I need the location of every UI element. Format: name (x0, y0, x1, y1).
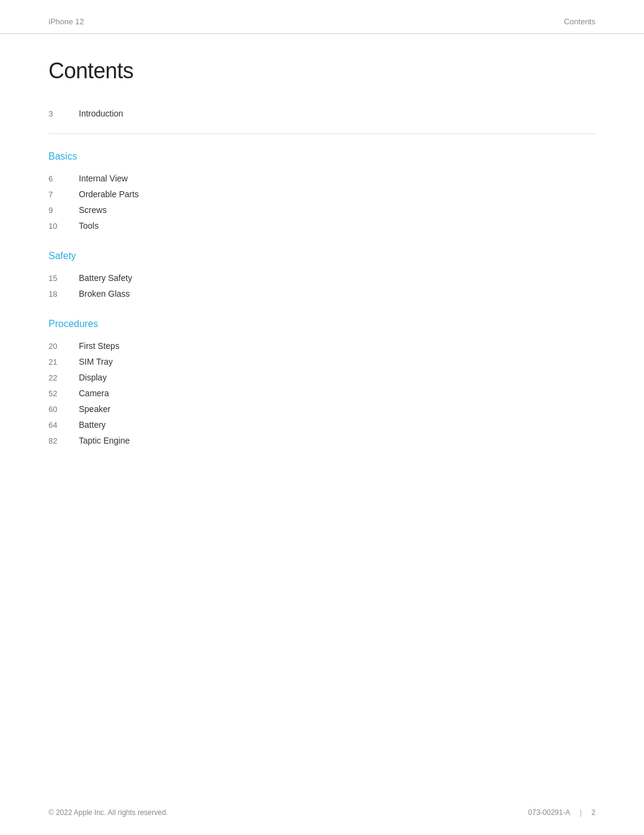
toc-page-speaker: 60 (49, 405, 79, 414)
intro-divider (49, 134, 595, 134)
toc-page-camera: 52 (49, 389, 79, 398)
toc-title-intro: Introduction (79, 109, 123, 118)
toc-title-orderable-parts: Orderable Parts (79, 189, 139, 199)
footer-page-num: 2 (591, 808, 595, 817)
toc-title-sim-tray: SIM Tray (79, 357, 113, 367)
toc-page-sim-tray: 21 (49, 357, 79, 367)
toc-entry-speaker[interactable]: 60Speaker (49, 401, 595, 417)
toc-entry-battery[interactable]: 64Battery (49, 417, 595, 433)
toc-title-internal-view: Internal View (79, 174, 128, 183)
toc-page-battery-safety: 15 (49, 274, 79, 283)
toc-entry-taptic-engine[interactable]: 82Taptic Engine (49, 433, 595, 448)
toc-entry-battery-safety[interactable]: 15Battery Safety (49, 270, 595, 286)
toc-title-screws: Screws (79, 205, 107, 215)
toc-page-screws: 9 (49, 206, 79, 215)
header-section-name: Contents (564, 17, 595, 26)
main-content: Contents 3 Introduction Basics6Internal … (0, 34, 644, 485)
footer-separator: | (580, 808, 582, 817)
toc-page-broken-glass: 18 (49, 289, 79, 299)
toc-entry-tools[interactable]: 10Tools (49, 218, 595, 234)
toc-page-battery: 64 (49, 421, 79, 430)
toc-title-tools: Tools (79, 221, 99, 231)
toc-page-internal-view: 6 (49, 174, 79, 183)
toc-entry-screws[interactable]: 9Screws (49, 202, 595, 218)
toc-title-camera: Camera (79, 388, 109, 398)
toc-page-intro: 3 (49, 109, 79, 118)
toc-entry-sim-tray[interactable]: 21SIM Tray (49, 354, 595, 370)
toc-page-taptic-engine: 82 (49, 436, 79, 445)
section-heading-safety: Safety (49, 251, 595, 262)
footer-doc-id: 073-00291-A (528, 808, 570, 817)
section-heading-basics: Basics (49, 151, 595, 162)
toc-entry-first-steps[interactable]: 20First Steps (49, 338, 595, 354)
toc-entry-broken-glass[interactable]: 18Broken Glass (49, 286, 595, 302)
footer-copyright: © 2022 Apple Inc. All rights reserved. (49, 808, 168, 817)
toc-page-orderable-parts: 7 (49, 190, 79, 199)
toc-title-battery-safety: Battery Safety (79, 273, 132, 283)
toc-entry-camera[interactable]: 52Camera (49, 385, 595, 401)
toc-title-taptic-engine: Taptic Engine (79, 436, 130, 445)
toc-sections: Basics6Internal View7Orderable Parts9Scr… (49, 151, 595, 448)
toc-page-display: 22 (49, 373, 79, 382)
toc-page-first-steps: 20 (49, 342, 79, 351)
section-heading-procedures: Procedures (49, 319, 595, 330)
toc-page-tools: 10 (49, 221, 79, 231)
toc-title-display: Display (79, 373, 107, 382)
toc-entry-display[interactable]: 22Display (49, 370, 595, 385)
footer-right: 073-00291-A | 2 (528, 808, 595, 817)
toc-intro-entry[interactable]: 3 Introduction (49, 106, 595, 121)
header-device-name: iPhone 12 (49, 17, 84, 26)
toc-title-speaker: Speaker (79, 404, 110, 414)
toc-entry-orderable-parts[interactable]: 7Orderable Parts (49, 186, 595, 202)
toc-entry-internal-view[interactable]: 6Internal View (49, 171, 595, 186)
page-header: iPhone 12 Contents (0, 0, 644, 34)
toc-title-first-steps: First Steps (79, 341, 119, 351)
toc-title-broken-glass: Broken Glass (79, 289, 130, 299)
page-footer: © 2022 Apple Inc. All rights reserved. 0… (0, 808, 644, 817)
toc-title-battery: Battery (79, 420, 106, 430)
page-title: Contents (49, 58, 595, 84)
